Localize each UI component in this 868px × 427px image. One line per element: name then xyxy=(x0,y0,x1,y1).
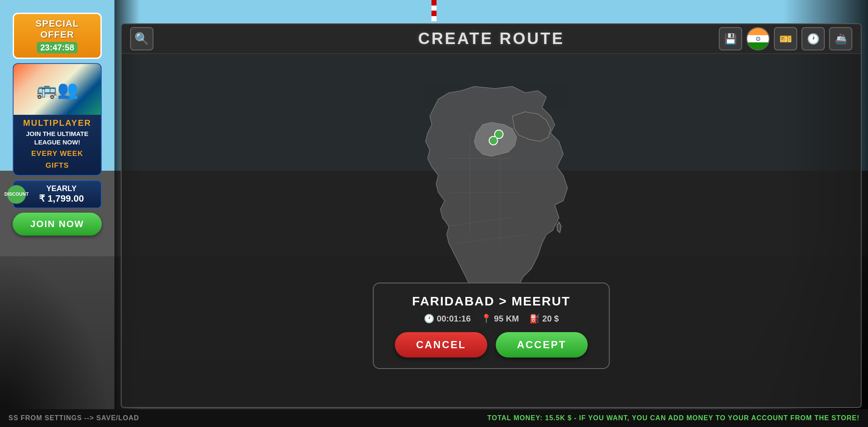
clock-detail-icon: 🕐 xyxy=(424,313,434,324)
shadow-left xyxy=(0,258,110,427)
save-icon: 💾 xyxy=(724,33,737,45)
route-name: FARIDABAD > MEERUT xyxy=(395,294,588,308)
multiplayer-title: MULTIPLAYER xyxy=(14,118,101,128)
bottom-left-text: SS FROM SETTINGS --> SAVE/LOAD xyxy=(8,414,139,422)
save-icon-button[interactable]: 💾 xyxy=(719,27,742,50)
ticket-icon-button[interactable]: 🎫 xyxy=(774,27,797,50)
yearly-text: YEARLY ₹ 1,799.00 xyxy=(27,184,96,204)
discount-badge: DISCOUNT xyxy=(7,185,26,204)
multiplayer-thumbnail: 🚌👥 xyxy=(14,64,101,115)
route-details: 🕐 00:01:16 📍 95 KM ⛽ 20 $ xyxy=(395,313,588,324)
join-now-button[interactable]: JOIN NOW xyxy=(13,213,102,236)
multiplayer-card: 🚌👥 MULTIPLAYER JOIN THE ULTIMATE LEAGUE … xyxy=(13,63,102,176)
multiplayer-gifts-prefix: EVERY WEEK xyxy=(14,150,101,158)
bottom-right-text: TOTAL MONEY: 15.5K $ - IF YOU WANT, YOU … xyxy=(487,414,860,422)
clock-icon-button[interactable]: 🕐 xyxy=(801,27,825,50)
clock-icon: 🕐 xyxy=(807,33,820,45)
bottom-money-value: 15.5K $ xyxy=(545,414,572,421)
ship-icon: 🚢 xyxy=(835,33,847,45)
accept-button[interactable]: ACCEPT xyxy=(496,332,588,358)
special-offer-timer: 23:47:58 xyxy=(37,42,78,53)
toolbar-icons: 💾 ⊙ 🎫 🕐 🚢 xyxy=(719,27,852,50)
yearly-label: YEARLY xyxy=(27,184,96,193)
route-time-value: 00:01:16 xyxy=(437,314,471,324)
ashoka-chakra: ⊙ xyxy=(756,35,761,42)
route-distance-value: 95 KM xyxy=(494,314,519,324)
bottom-bar: SS FROM SETTINGS --> SAVE/LOAD TOTAL MON… xyxy=(0,409,868,427)
antenna xyxy=(431,0,437,21)
ship-icon-button[interactable]: 🚢 xyxy=(829,27,852,50)
multiplayer-desc: JOIN THE ULTIMATE LEAGUE NOW! xyxy=(14,130,101,146)
yearly-price: ₹ 1,799.00 xyxy=(27,193,96,204)
flag-mid: ⊙ xyxy=(747,35,769,42)
route-buttons: CANCEL ACCEPT xyxy=(395,332,588,358)
cancel-button[interactable]: CANCEL xyxy=(395,332,487,358)
sidebar: SPECIAL OFFER 23:47:58 🚌👥 MULTIPLAYER JO… xyxy=(13,13,102,236)
flag-bot xyxy=(747,42,769,50)
route-fuel-value: 20 $ xyxy=(542,314,559,324)
flag-icon-button[interactable]: ⊙ xyxy=(746,27,770,50)
special-offer-button[interactable]: SPECIAL OFFER 23:47:58 xyxy=(13,13,102,59)
bottom-right-prefix: TOTAL MONEY: xyxy=(487,414,543,421)
special-offer-label: SPECIAL OFFER xyxy=(22,18,92,40)
bottom-right-suffix: - IF YOU WANT, YOU CAN ADD MONEY TO YOUR… xyxy=(574,414,860,421)
multiplayer-gifts-label: GIFTS xyxy=(14,161,101,170)
panel-title: CREATE ROUTE xyxy=(418,30,565,48)
ticket-icon: 🎫 xyxy=(779,33,792,45)
main-panel: 🔍 CREATE ROUTE 💾 ⊙ 🎫 🕐 xyxy=(121,23,862,408)
pin-detail-icon: 📍 xyxy=(481,313,492,324)
route-popup: FARIDABAD > MEERUT 🕐 00:01:16 📍 95 KM ⛽ … xyxy=(373,283,610,369)
flag-top xyxy=(747,28,769,35)
route-fuel-cost: ⛽ 20 $ xyxy=(529,313,559,324)
route-distance: 📍 95 KM xyxy=(481,313,519,324)
route-time: 🕐 00:01:16 xyxy=(424,313,471,324)
zoom-button[interactable]: 🔍 xyxy=(130,27,153,50)
fuel-detail-icon: ⛽ xyxy=(529,313,540,324)
yearly-subscription-box: DISCOUNT YEARLY ₹ 1,799.00 xyxy=(13,180,102,208)
zoom-icon: 🔍 xyxy=(134,32,149,46)
top-bar: 🔍 CREATE ROUTE 💾 ⊙ 🎫 🕐 xyxy=(122,24,861,54)
